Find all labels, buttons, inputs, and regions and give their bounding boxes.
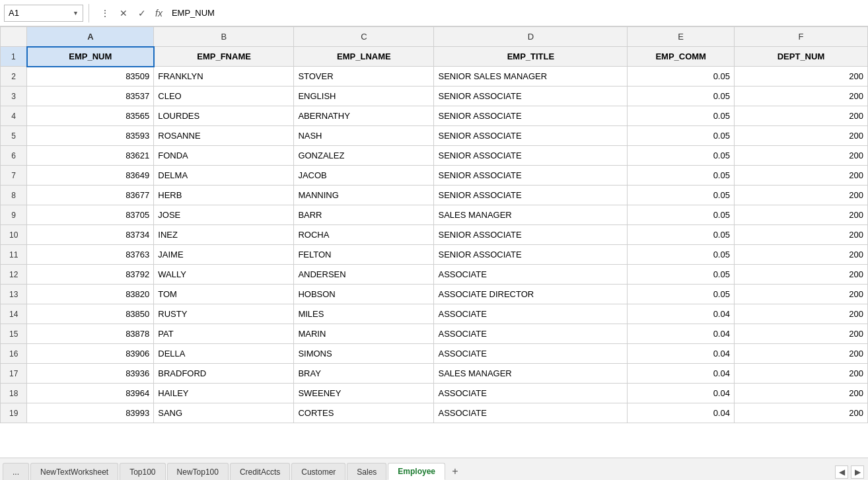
cell-A5[interactable]: 83593 [27,126,154,146]
cell-A13[interactable]: 83820 [27,285,154,304]
cell-D18[interactable]: ASSOCIATE [434,384,628,403]
cell-C5[interactable]: NASH [294,126,434,146]
cell-B5[interactable]: ROSANNE [154,126,294,146]
cell-E7[interactable]: 0.05 [628,166,735,186]
cell-D9[interactable]: SALES MANAGER [434,205,628,225]
cell-B14[interactable]: RUSTY [154,304,294,324]
cell-F15[interactable]: 200 [734,324,867,344]
cell-F16[interactable]: 200 [734,344,867,364]
cell-A3[interactable]: 83537 [27,86,154,106]
cell-B15[interactable]: PAT [154,324,294,344]
cell-B12[interactable]: WALLY [154,265,294,285]
cell-A6[interactable]: 83621 [27,146,154,166]
cell-D4[interactable]: SENIOR ASSOCIATE [434,106,628,126]
tab-Top100[interactable]: Top100 [120,463,165,480]
tab-CreditAccts[interactable]: CreditAccts [230,463,290,480]
cell-A15[interactable]: 83878 [27,324,154,344]
cell-C18[interactable]: SWEENEY [294,384,434,403]
cell-A11[interactable]: 83763 [27,245,154,265]
col-header-D[interactable]: D [434,27,628,47]
cell-D17[interactable]: SALES MANAGER [434,364,628,384]
cell-F10[interactable]: 200 [734,225,867,245]
cell-F9[interactable]: 200 [734,205,867,225]
cell-E13[interactable]: 0.05 [628,285,735,304]
confirm-icon[interactable]: ✓ [135,8,149,18]
tab-nav-left-button[interactable]: ◀ [835,465,848,479]
cell-D11[interactable]: SENIOR ASSOCIATE [434,245,628,265]
tab-Sales[interactable]: Sales [347,463,386,480]
tab-NewTextWorksheet[interactable]: NewTextWorksheet [30,463,118,480]
col-header-F[interactable]: F [734,27,867,47]
cell-D2[interactable]: SENIOR SALES MANAGER [434,67,628,86]
col-header-A[interactable]: A [27,27,154,47]
cancel-icon[interactable]: ✕ [117,8,130,18]
formula-input[interactable] [169,5,864,22]
col-header-C[interactable]: C [294,27,434,47]
cell-B11[interactable]: JAIME [154,245,294,265]
cell-A14[interactable]: 83850 [27,304,154,324]
cell-A9[interactable]: 83705 [27,205,154,225]
cell-E6[interactable]: 0.05 [628,146,735,166]
cell-A4[interactable]: 83565 [27,106,154,126]
cell-F8[interactable]: 200 [734,186,867,205]
cell-E19[interactable]: 0.04 [628,403,735,423]
cell-D7[interactable]: SENIOR ASSOCIATE [434,166,628,186]
cell-C8[interactable]: MANNING [294,186,434,205]
cell-C3[interactable]: ENGLISH [294,86,434,106]
cell-C9[interactable]: BARR [294,205,434,225]
tab-nav-right-button[interactable]: ▶ [851,465,864,479]
cell-C2[interactable]: STOVER [294,67,434,86]
cell-D19[interactable]: ASSOCIATE [434,403,628,423]
col-header-B[interactable]: B [154,27,294,47]
cell-E8[interactable]: 0.05 [628,186,735,205]
cell-D3[interactable]: SENIOR ASSOCIATE [434,86,628,106]
cell-D1[interactable]: EMP_TITLE [434,47,628,67]
cell-E15[interactable]: 0.04 [628,324,735,344]
name-box[interactable]: A1 ▼ [4,5,83,22]
cell-A12[interactable]: 83792 [27,265,154,285]
cell-E16[interactable]: 0.04 [628,344,735,364]
cell-A10[interactable]: 83734 [27,225,154,245]
cell-D10[interactable]: SENIOR ASSOCIATE [434,225,628,245]
cell-E1[interactable]: EMP_COMM [628,47,735,67]
cell-B3[interactable]: CLEO [154,86,294,106]
cell-B13[interactable]: TOM [154,285,294,304]
cell-C16[interactable]: SIMONS [294,344,434,364]
cell-E2[interactable]: 0.05 [628,67,735,86]
cell-F18[interactable]: 200 [734,384,867,403]
cell-F12[interactable]: 200 [734,265,867,285]
cell-B4[interactable]: LOURDES [154,106,294,126]
cell-C15[interactable]: MARIN [294,324,434,344]
cell-F7[interactable]: 200 [734,166,867,186]
cell-D12[interactable]: ASSOCIATE [434,265,628,285]
cell-C1[interactable]: EMP_LNAME [294,47,434,67]
cell-A19[interactable]: 83993 [27,403,154,423]
cell-A8[interactable]: 83677 [27,186,154,205]
cell-C10[interactable]: ROCHA [294,225,434,245]
cell-C4[interactable]: ABERNATHY [294,106,434,126]
add-sheet-button[interactable]: + [447,463,464,480]
cell-B16[interactable]: DELLA [154,344,294,364]
cell-E4[interactable]: 0.05 [628,106,735,126]
cell-E12[interactable]: 0.05 [628,265,735,285]
tab-NewTop100[interactable]: NewTop100 [167,463,229,480]
cell-E11[interactable]: 0.05 [628,245,735,265]
cell-F17[interactable]: 200 [734,364,867,384]
tab-Customer[interactable]: Customer [291,463,345,480]
cell-A1[interactable]: EMP_NUM [27,47,154,67]
cell-A18[interactable]: 83964 [27,384,154,403]
cell-E18[interactable]: 0.04 [628,384,735,403]
cell-F6[interactable]: 200 [734,146,867,166]
cell-A16[interactable]: 83906 [27,344,154,364]
cell-F14[interactable]: 200 [734,304,867,324]
cell-B9[interactable]: JOSE [154,205,294,225]
cell-A2[interactable]: 83509 [27,67,154,86]
tab-ellipsis[interactable]: ... [3,463,29,480]
cell-D15[interactable]: ASSOCIATE [434,324,628,344]
cell-C17[interactable]: BRAY [294,364,434,384]
cell-C14[interactable]: MILES [294,304,434,324]
cell-F5[interactable]: 200 [734,126,867,146]
cell-C6[interactable]: GONZALEZ [294,146,434,166]
cell-D14[interactable]: ASSOCIATE [434,304,628,324]
cell-C12[interactable]: ANDERSEN [294,265,434,285]
